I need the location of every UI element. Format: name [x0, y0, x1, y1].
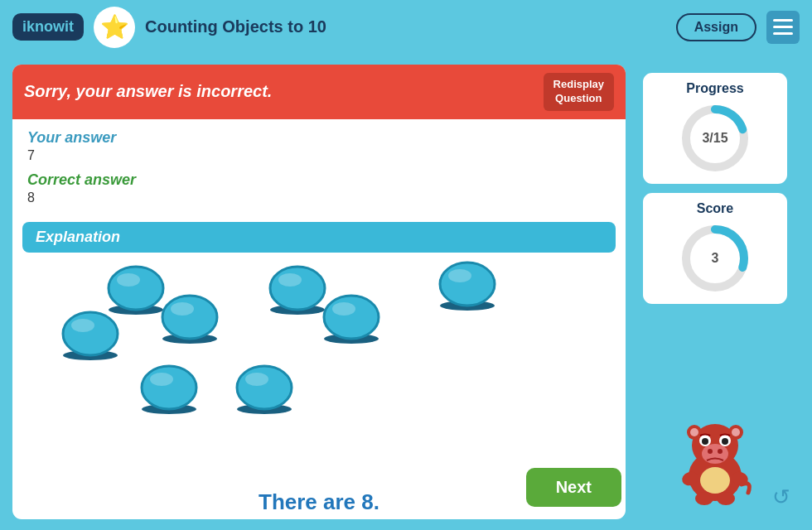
- coin-icon: [232, 364, 297, 416]
- svg-point-6: [171, 302, 194, 316]
- your-answer-value: 7: [27, 148, 611, 163]
- coin-icon: [319, 294, 384, 345]
- svg-point-44: [718, 449, 723, 454]
- svg-point-41: [732, 428, 740, 436]
- svg-point-22: [448, 269, 471, 282]
- logo: iknowit: [12, 13, 84, 41]
- incorrect-message: Sorry, your answer is incorrect.: [24, 82, 535, 101]
- score-label: 3: [712, 251, 719, 266]
- answer-area: Your answer 7 Correct answer 8: [12, 119, 626, 215]
- redisplay-button[interactable]: RedisplayQuestion: [544, 73, 614, 111]
- progress-label: 3/15: [702, 131, 727, 146]
- correct-answer-label: Correct answer: [27, 171, 611, 189]
- svg-point-2: [117, 273, 140, 287]
- svg-point-30: [245, 373, 268, 386]
- coin-icon: [58, 311, 123, 362]
- left-panel: Sorry, your answer is incorrect. Redispl…: [10, 62, 628, 522]
- logo-text: iknowit: [22, 18, 74, 35]
- explanation-label: Explanation: [36, 229, 120, 245]
- explanation-header: Explanation: [22, 222, 616, 253]
- assign-button[interactable]: Assign: [676, 13, 756, 41]
- progress-title: Progress: [686, 81, 743, 96]
- mascot-icon: [674, 398, 756, 505]
- mascot-area: [674, 311, 756, 513]
- svg-point-43: [708, 449, 713, 454]
- svg-point-39: [690, 428, 698, 436]
- coin-icon: [157, 294, 222, 345]
- hamburger-line: [773, 26, 793, 28]
- next-button[interactable]: Next: [526, 468, 621, 507]
- svg-point-10: [71, 319, 94, 332]
- main-layout: Sorry, your answer is incorrect. Redispl…: [0, 54, 812, 530]
- progress-section: Progress 3/15: [640, 70, 790, 186]
- hamburger-line: [773, 32, 793, 35]
- correct-answer-value: 8: [27, 190, 611, 205]
- your-answer-label: Your answer: [27, 129, 611, 147]
- there-are-text: There are 8.: [259, 489, 379, 515]
- back-arrow-icon[interactable]: ↺: [772, 484, 790, 510]
- header: iknowit ⭐ Counting Objects to 10 Assign: [0, 0, 812, 54]
- svg-point-52: [695, 492, 713, 505]
- coin-icon: [137, 364, 201, 416]
- svg-point-18: [332, 302, 355, 316]
- star-icon: ⭐: [94, 7, 135, 48]
- svg-point-42: [702, 444, 728, 464]
- menu-button[interactable]: [766, 11, 800, 44]
- svg-point-26: [150, 373, 173, 386]
- score-title: Score: [697, 201, 733, 216]
- score-donut: 3: [678, 221, 752, 296]
- svg-point-49: [700, 467, 730, 494]
- coin-icon: [435, 261, 500, 312]
- svg-point-53: [717, 492, 735, 505]
- incorrect-banner: Sorry, your answer is incorrect. Redispl…: [12, 65, 626, 119]
- right-panel: Progress 3/15 Score 3: [628, 62, 802, 522]
- lesson-title: Counting Objects to 10: [145, 17, 666, 36]
- progress-donut: 3/15: [678, 101, 752, 176]
- hamburger-line: [773, 19, 793, 22]
- svg-point-47: [702, 438, 708, 445]
- score-section: Score 3: [640, 190, 790, 306]
- svg-point-14: [278, 273, 302, 287]
- svg-point-48: [722, 438, 728, 445]
